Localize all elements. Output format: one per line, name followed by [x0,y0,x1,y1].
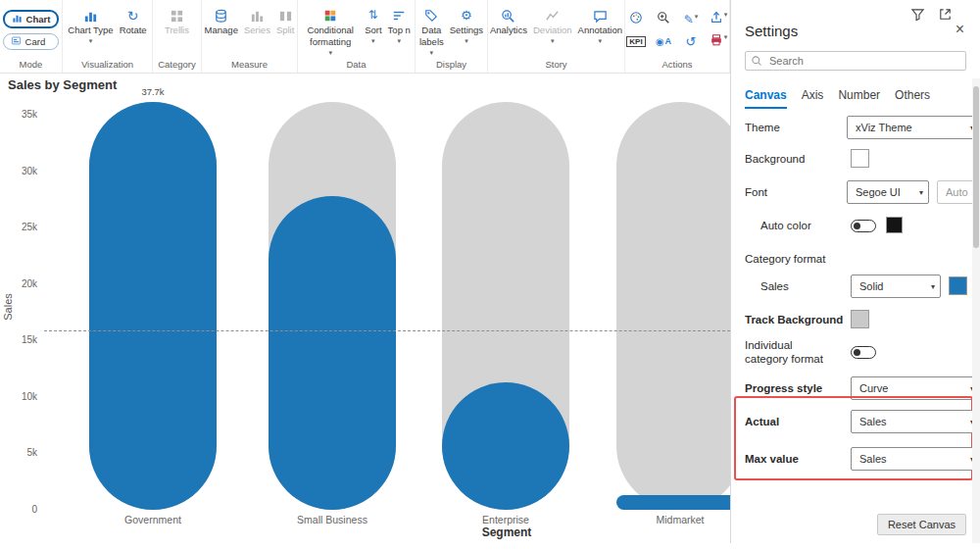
theme-select[interactable]: xViz Theme▾ [847,116,980,139]
background-color-swatch[interactable] [851,149,869,168]
top-n-label: Top n [388,25,411,36]
bar-midmarket[interactable] [616,102,744,510]
group-label-data: Data [298,59,415,70]
conditional-label-2: formatting [310,37,351,48]
setting-row-max-value: Max value Sales▾ [745,447,966,471]
popout-icon[interactable] [938,7,953,25]
annotation-label: Annotation [578,25,622,36]
search-icon [751,55,762,67]
y-tick: 15k [0,334,37,345]
top-n-icon [392,7,406,25]
series-icon [250,7,265,25]
visual-canvas: Sales by Segment Sales 35k 30k 25k 20k 1… [0,74,730,543]
action-theme-palette[interactable] [629,11,643,28]
action-auto-color[interactable]: ◉ A [656,36,671,47]
reset-canvas-button[interactable]: Reset Canvas [877,514,966,535]
split-icon [278,7,293,25]
group-label-visualization: Visualization [63,59,152,70]
close-icon[interactable]: × [956,22,964,37]
chevron-down-icon: ▾ [430,49,434,56]
chevron-down-icon: ▾ [465,37,468,44]
action-undo[interactable]: ↺ [686,34,697,49]
conditional-label-1: Conditional [307,25,354,36]
ribbon-sort[interactable]: ⇅ Sort ▾ [363,6,383,45]
individual-format-toggle[interactable] [851,346,876,359]
individual-format-label: Individual category format [745,338,835,367]
bar-enterprise[interactable] [442,102,569,510]
bar-government[interactable] [89,102,217,510]
ribbon-group-data: Conditional formatting ▾ ⇅ Sort ▾ Top n … [298,0,416,73]
pencil-icon: ✎ [684,13,694,26]
actual-label: Actual [745,416,779,427]
action-zoom[interactable] [657,11,670,28]
category-label: Small Business [254,514,411,525]
tab-canvas[interactable]: Canvas [745,88,787,109]
mode-card-label: Card [25,36,46,47]
action-edit[interactable]: ✎ ▾ [684,13,699,26]
ribbon-annotation[interactable]: Annotation ▾ [576,6,624,45]
tab-others[interactable]: Others [895,88,930,109]
action-export[interactable]: ▾ [710,11,728,28]
font-select[interactable]: Segoe UI▾ [847,180,929,204]
data-label: 37.7k [114,86,192,97]
filter-icon[interactable] [910,7,925,25]
setting-row-track-background: Track Background [745,308,966,331]
ribbon-group-display: Data labels ▾ ⚙ Settings ▾ Display [416,0,488,73]
ribbon-rotate[interactable]: ↻ Rotate [118,6,149,37]
x-axis-title: Segment [467,525,546,539]
bar-small-business[interactable] [269,102,396,510]
fill-type-select[interactable]: Solid▾ [851,275,941,298]
rotate-icon: ↻ [127,7,139,25]
export-icon [710,11,723,28]
gear-icon: ⚙ [461,7,472,25]
manage-icon [214,7,228,25]
mode-card-button[interactable]: Card [3,33,60,50]
ribbon-trellis[interactable]: Trellis [163,6,191,37]
ribbon-conditional-formatting[interactable]: Conditional formatting ▾ [300,6,361,57]
trellis-icon [170,7,184,25]
ribbon-analytics[interactable]: Analytics [488,6,529,37]
action-kpi[interactable]: KPI [626,36,645,47]
ribbon-data-labels[interactable]: Data labels ▾ [417,6,446,57]
group-label-story: Story [488,59,624,70]
chevron-down-icon: ▾ [89,37,93,44]
tab-axis[interactable]: Axis [802,88,824,109]
track-color-swatch[interactable] [851,310,869,328]
search-box [745,51,966,71]
mode-chart-button[interactable]: Chart [3,10,60,28]
progress-style-select[interactable]: Curve▾ [851,376,980,400]
analytics-label: Analytics [490,25,527,36]
data-labels-label-2: labels [419,37,444,48]
ribbon-settings[interactable]: ⚙ Settings ▾ [448,6,485,45]
chevron-down-icon: ▾ [724,33,728,40]
y-tick: 10k [0,391,37,402]
bar-fill [89,102,217,510]
scrollbar-thumb[interactable] [973,86,979,248]
panel-scrollbar[interactable] [972,78,980,543]
deviation-label: Deviation [533,25,572,36]
action-print[interactable]: ▾ [710,33,728,51]
max-value-select[interactable]: Sales▾ [851,447,980,471]
font-color-swatch[interactable] [886,217,903,233]
ribbon-group-story: Analytics Deviation ▾ Annotation ▾ Story [488,0,625,73]
ribbon-split[interactable]: Split [274,6,296,37]
ribbon-chart-type[interactable]: Chart Type ▾ [66,6,115,45]
group-label-measure: Measure [202,59,297,70]
sales-color-swatch[interactable] [949,276,967,295]
search-input[interactable] [745,51,966,71]
ribbon-group-measure: Manage Series Split Measure [202,0,298,73]
trellis-label: Trellis [165,25,189,36]
tab-number[interactable]: Number [838,88,880,109]
actual-select[interactable]: Sales▾ [851,410,980,433]
font-value: Segoe UI [856,186,901,198]
auto-color-icon: ◉ [656,36,664,47]
y-tick: 25k [0,222,37,232]
auto-color-toggle[interactable] [851,220,876,232]
ribbon-manage[interactable]: Manage [203,6,240,37]
track-background-label: Track Background [745,314,843,325]
ribbon-series[interactable]: Series [242,6,272,37]
setting-row-individual-format: Individual category format [745,337,966,367]
group-label-category: Category [153,59,201,70]
ribbon-top-n[interactable]: Top n ▾ [386,6,413,45]
ribbon-deviation[interactable]: Deviation ▾ [531,6,574,45]
